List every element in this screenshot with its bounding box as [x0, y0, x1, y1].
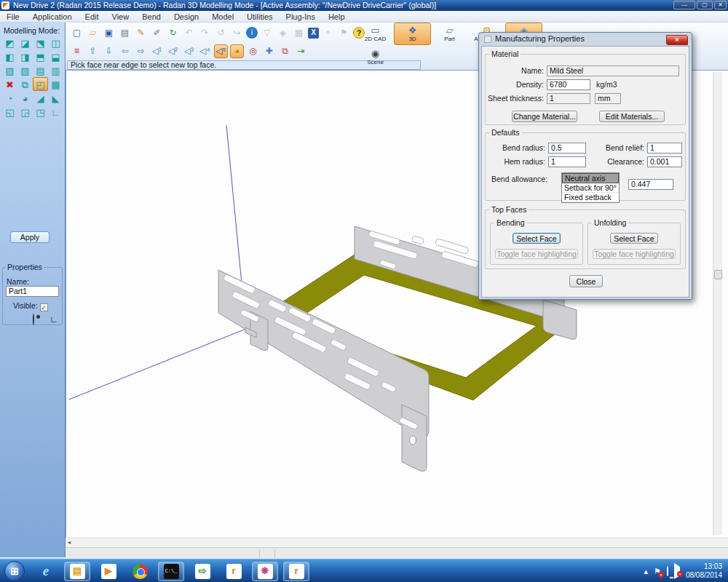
bend-radius-field[interactable]: 0.5	[548, 143, 586, 154]
mode-scene-button[interactable]: ◉Scene	[357, 46, 394, 68]
unfolding-select-face-button[interactable]: Select Face	[610, 233, 658, 244]
hem-radius-field[interactable]: 1	[548, 156, 586, 167]
menu-file[interactable]: File	[0, 11, 26, 22]
sync-icon[interactable]: ↻	[166, 26, 180, 40]
bend-sequence-icon[interactable]: ≡	[70, 44, 84, 58]
menu-design[interactable]: Design	[167, 11, 205, 22]
start-button[interactable]: ⊞	[1, 562, 28, 581]
excel-icon[interactable]: X	[308, 28, 319, 39]
manufacturing-properties-dialog[interactable]: Manufacturing Properties ✕ Material Name…	[478, 32, 692, 300]
horizontal-scrollbar[interactable]: ◂	[66, 538, 728, 547]
mode-icon-10[interactable]: ▨	[17, 63, 33, 77]
taskbar-internet-explorer[interactable]: e	[33, 562, 59, 581]
menu-bend[interactable]: Bend	[135, 11, 167, 22]
mode-icon-23[interactable]: ◳	[33, 105, 48, 119]
mode-icon-17[interactable]: ◔	[2, 91, 17, 105]
color-wheel-icon[interactable]	[7, 314, 19, 325]
close-button[interactable]: ✕	[714, 1, 727, 9]
mode-icon-18[interactable]: ◕	[17, 91, 33, 105]
dialog-close-action-button[interactable]: Close	[569, 275, 603, 287]
rotate-icon[interactable]: ↺	[214, 26, 228, 40]
view-5-icon[interactable]: ◁⁵	[214, 44, 228, 58]
save-icon[interactable]: ▣	[102, 26, 116, 40]
menu-plugins[interactable]: Plug-Ins	[280, 11, 322, 22]
shaded-view-icon[interactable]: ◕	[230, 44, 244, 58]
new-icon[interactable]: ▢	[70, 26, 84, 40]
allowance-value-field[interactable]: 0.447	[628, 179, 673, 190]
mode-icon-16[interactable]: ▦	[48, 77, 63, 91]
clearance-field[interactable]: 0.001	[647, 156, 682, 167]
allowance-option-3[interactable]: Fixed setback	[562, 193, 619, 202]
apply-button[interactable]: Apply	[10, 231, 50, 243]
bend-relief-field[interactable]: 1	[647, 143, 682, 154]
taskbar-radan-2[interactable]: r	[283, 562, 309, 581]
face-right-icon[interactable]: ⇨	[134, 44, 148, 58]
mode-icon-properties[interactable]: ◰	[33, 77, 48, 91]
mode-icon-8[interactable]: ⬓	[48, 49, 63, 63]
restore-button[interactable]: ▢	[697, 1, 713, 9]
view-2-icon[interactable]: ◁²	[166, 44, 180, 58]
mode-icon-20[interactable]: ◣	[48, 91, 63, 105]
copy-view-icon[interactable]: ⧉	[278, 44, 292, 58]
volume-muted-icon[interactable]: ×	[674, 567, 680, 575]
change-material-button[interactable]: Change Material...	[512, 111, 577, 122]
mode-icon-1[interactable]: ◩	[2, 36, 17, 49]
menu-view[interactable]: View	[106, 11, 136, 22]
flag-icon[interactable]: ⚑	[337, 26, 351, 40]
jump-icon[interactable]: ↪	[230, 26, 244, 40]
visibility-eye-icon[interactable]	[28, 314, 39, 325]
mode-icon-12[interactable]: ▥	[48, 63, 63, 77]
mode-icon-22[interactable]: ◲	[17, 105, 33, 119]
mode-2d-cad-button[interactable]: ▭2D CAD	[357, 23, 394, 45]
part-name-input[interactable]: Part1	[6, 286, 59, 297]
menu-model[interactable]: Model	[205, 11, 240, 22]
view-1-icon[interactable]: ◁¹	[150, 44, 164, 58]
undo-icon[interactable]: ↶	[182, 26, 196, 40]
taskbar-design-tool[interactable]: ❋	[252, 562, 278, 581]
taskbar-notes-app[interactable]: ⇨	[189, 562, 215, 581]
zoom-slider-thumb[interactable]	[714, 270, 722, 279]
minimize-button[interactable]: —	[673, 1, 695, 9]
mode-icon-19[interactable]: ◢	[33, 91, 48, 105]
network-icon[interactable]	[667, 567, 668, 575]
mode-icon-14[interactable]: ⧉	[17, 77, 33, 91]
pick-icon[interactable]: ✐	[150, 26, 164, 40]
menu-edit[interactable]: Edit	[79, 11, 106, 22]
menu-utilities[interactable]: Utilities	[240, 11, 279, 22]
mode-icon-11[interactable]: ▤	[33, 63, 48, 77]
pan-icon[interactable]: ✚	[262, 44, 276, 58]
visible-checkbox[interactable]: ✓	[40, 303, 48, 311]
face-down-icon[interactable]: ⇩	[102, 44, 116, 58]
pencil-icon[interactable]: ✎	[134, 26, 148, 40]
face-up-icon[interactable]: ⇧	[86, 44, 100, 58]
mode-icon-7[interactable]: ⬒	[33, 49, 48, 63]
axes-icon[interactable]: ∟	[48, 314, 60, 325]
highlight-icon[interactable]: ◈	[276, 26, 290, 40]
menu-help[interactable]: Help	[322, 11, 352, 22]
taskbar-command-prompt[interactable]: C:\_	[158, 562, 184, 581]
mode-icon-delete[interactable]: ✖	[2, 77, 17, 91]
mode-icon-3[interactable]: ⬔	[33, 36, 48, 49]
dialog-close-button[interactable]: ✕	[666, 35, 688, 45]
mode-3d-button[interactable]: ❖3D	[394, 23, 431, 45]
mode-icon-24[interactable]: ∟	[48, 105, 63, 119]
probe-icon[interactable]: ⚬	[321, 26, 335, 40]
viewport-zoom-slider[interactable]	[713, 72, 722, 535]
edit-materials-button[interactable]: Edit Materials...	[599, 111, 665, 122]
bend-allowance-list[interactable]: Neutral axisSetback for 90°Fixed setback	[561, 172, 620, 203]
taskbar-chrome[interactable]	[127, 562, 153, 581]
face-left-icon[interactable]: ⇦	[118, 44, 132, 58]
redo-icon[interactable]: ↷	[198, 26, 212, 40]
mode-icon-2[interactable]: ◪	[17, 36, 33, 49]
view-4-icon[interactable]: ◁⁴	[198, 44, 212, 58]
export-view-icon[interactable]: ⇥	[294, 44, 308, 58]
action-center-flag-icon[interactable]: ⚑×	[654, 567, 661, 576]
mode-icon-6[interactable]: ◨	[17, 49, 33, 63]
taskbar-explorer[interactable]: ▤	[64, 562, 90, 581]
density-field[interactable]: 6780	[547, 79, 590, 90]
view-3-icon[interactable]: ◁³	[182, 44, 196, 58]
menu-application[interactable]: Application	[26, 11, 79, 22]
mode-icon-9[interactable]: ▧	[2, 63, 17, 77]
taskbar-radan-1[interactable]: r	[221, 562, 247, 581]
open-folder-icon[interactable]: ▱	[86, 26, 100, 40]
